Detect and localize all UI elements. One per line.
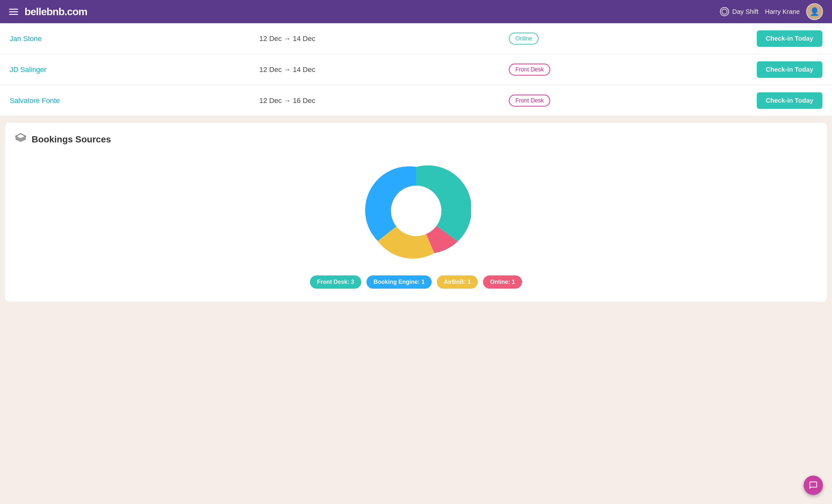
action-cell: Check-in Today <box>638 54 832 85</box>
guest-name[interactable]: JD Salinger <box>0 54 250 85</box>
chart-container: Front Desk: 3Booking Engine: 1AirBnB: 1O… <box>15 156 817 289</box>
section-title: Bookings Sources <box>32 134 111 144</box>
source-badge: Front Desk <box>509 95 550 107</box>
table-row: Jan Stone 12 Dec → 14 Dec Online Check-i… <box>0 23 832 54</box>
main-content: Jan Stone 12 Dec → 14 Dec Online Check-i… <box>0 23 832 301</box>
logo: bellebnb.com <box>25 6 87 18</box>
legend-item-booking: Booking Engine: 1 <box>366 275 432 289</box>
donut-svg <box>361 156 471 266</box>
legend: Front Desk: 3Booking Engine: 1AirBnB: 1O… <box>310 275 522 289</box>
section-header: Bookings Sources <box>15 132 817 146</box>
chat-icon <box>809 481 818 490</box>
table-row: Salvatore Fonte 12 Dec → 16 Dec Front De… <box>0 85 832 116</box>
date-range: 12 Dec → 16 Dec <box>250 85 499 116</box>
table-row: JD Salinger 12 Dec → 14 Dec Front Desk C… <box>0 54 832 85</box>
source-cell: Online <box>499 23 638 54</box>
checkin-button[interactable]: Check-in Today <box>757 61 822 78</box>
source-cell: Front Desk <box>499 54 638 85</box>
action-cell: Check-in Today <box>638 23 832 54</box>
checkin-button[interactable]: Check-in Today <box>757 30 822 47</box>
shift-info: Day Shift <box>720 7 758 16</box>
legend-item-online: Online: 1 <box>483 275 522 289</box>
header-left: bellebnb.com <box>9 6 87 18</box>
layers-icon <box>15 132 26 146</box>
source-badge: Front Desk <box>509 63 550 76</box>
guest-name[interactable]: Jan Stone <box>0 23 250 54</box>
day-shift-icon <box>720 7 729 16</box>
legend-item-airbnb: AirBnB: 1 <box>437 275 478 289</box>
avatar-image: 👤 <box>810 7 820 16</box>
guest-name[interactable]: Salvatore Fonte <box>0 85 250 116</box>
shift-label: Day Shift <box>732 8 758 16</box>
chat-button[interactable] <box>804 476 823 495</box>
donut-hole <box>391 186 441 236</box>
source-cell: Front Desk <box>499 85 638 116</box>
header-right: Day Shift Harry Krane 👤 <box>720 3 823 20</box>
legend-item-frontdesk: Front Desk: 3 <box>310 275 361 289</box>
date-range: 12 Dec → 14 Dec <box>250 54 499 85</box>
donut-chart <box>361 156 471 266</box>
bookings-sources-section: Bookings Sources <box>5 123 827 301</box>
date-range: 12 Dec → 14 Dec <box>250 23 499 54</box>
app-header: bellebnb.com Day Shift Harry Krane 👤 <box>0 0 832 23</box>
menu-button[interactable] <box>9 9 18 15</box>
action-cell: Check-in Today <box>638 85 832 116</box>
checkin-button[interactable]: Check-in Today <box>757 92 822 109</box>
source-badge: Online <box>509 33 539 45</box>
user-name: Harry Krane <box>765 8 800 16</box>
bookings-table: Jan Stone 12 Dec → 14 Dec Online Check-i… <box>0 23 832 116</box>
avatar[interactable]: 👤 <box>806 3 823 20</box>
